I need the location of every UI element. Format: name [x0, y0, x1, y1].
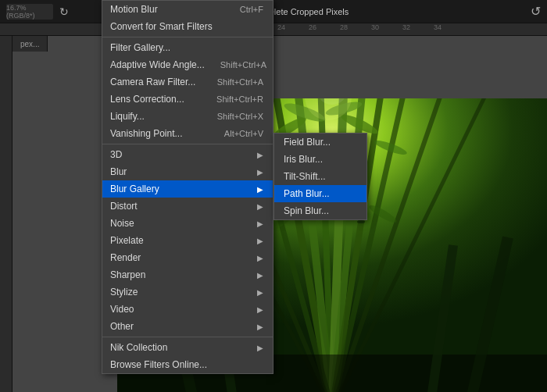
menu-item-label-camera-raw: Camera Raw Filter... — [110, 77, 195, 87]
refresh-icon[interactable]: ↻ — [59, 5, 69, 18]
ruler-tick-32: 32 — [402, 23, 410, 31]
delete-cropped-label: Delete Cropped Pixels — [263, 7, 349, 16]
menu-item-label-blur-gallery: Blur Gallery — [110, 184, 159, 194]
menu-arrow-render: ▶ — [257, 254, 263, 262]
menu-item-label-pixelate: Pixelate — [110, 235, 144, 246]
menu-arrow-3d: ▶ — [257, 151, 263, 159]
menu-item-browse-filters[interactable]: Browse Filters Online... — [102, 356, 273, 373]
menu-item-label-convert-smart: Convert for Smart Filters — [110, 21, 213, 32]
menu-arrow-other: ▶ — [257, 323, 263, 331]
menu-arrow-noise: ▶ — [257, 219, 263, 228]
menu-arrow-blur-gallery: ▶ — [257, 185, 263, 194]
menu-item-render[interactable]: Render ▶ — [102, 249, 273, 266]
info-bar: 16.7% (RGB/8*) ↻ Delete Cropped Pixels ↺ — [0, 0, 547, 23]
menu-separator-1 — [102, 37, 273, 37]
menu-item-filter-gallery[interactable]: Filter Gallery... — [102, 39, 273, 56]
menu-item-blur-gallery[interactable]: Blur Gallery ▶ — [102, 180, 273, 198]
app-label: 16.7% (RGB/8*) — [6, 4, 53, 20]
menu-item-label-distort: Distort — [110, 201, 138, 212]
menu-item-motion-blur[interactable]: Motion Blur Ctrl+F — [102, 1, 273, 18]
menu-item-label-liquify: Liquify... — [110, 111, 145, 122]
submenu-item-iris-blur[interactable]: Iris Blur... — [274, 151, 366, 168]
menu-arrow-pixelate: ▶ — [257, 237, 263, 245]
submenu-label-tilt-shift: Tilt-Shift... — [284, 171, 326, 182]
menu-item-camera-raw[interactable]: Camera Raw Filter... Shift+Ctrl+A — [102, 73, 273, 91]
menu-arrow-nik: ▶ — [257, 344, 263, 352]
menu-item-vanishing-point[interactable]: Vanishing Point... Alt+Ctrl+V — [102, 125, 273, 142]
ruler-tick-30: 30 — [371, 23, 379, 31]
menu-arrow-blur: ▶ — [257, 168, 263, 176]
blur-gallery-submenu: Field Blur... Iris Blur... Tilt-Shift...… — [274, 133, 367, 220]
menu-item-label-sharpen: Sharpen — [110, 269, 145, 280]
document-tab[interactable]: pex... — [13, 36, 48, 52]
menu-item-convert-smart[interactable]: Convert for Smart Filters — [102, 18, 273, 35]
menu-item-nik-collection[interactable]: Nik Collection ▶ — [102, 339, 273, 356]
submenu-label-path-blur: Path Blur... — [284, 188, 330, 199]
submenu-label-field-blur: Field Blur... — [284, 137, 331, 148]
filter-menu-panel: Motion Blur Ctrl+F Convert for Smart Fil… — [102, 0, 274, 374]
menu-item-label-noise: Noise — [110, 218, 134, 229]
menu-item-label-nik-collection: Nik Collection — [110, 342, 167, 353]
undo-icon[interactable]: ↺ — [531, 4, 541, 19]
menu-shortcut-motion-blur: Ctrl+F — [240, 5, 263, 14]
menu-separator-2 — [102, 144, 273, 144]
ruler-tick-34: 34 — [434, 23, 442, 31]
svg-point-18 — [357, 220, 365, 223]
menu-item-adaptive-wide[interactable]: Adaptive Wide Angle... Shift+Ctrl+A — [102, 56, 273, 73]
ruler-tick-24: 24 — [277, 23, 285, 31]
menu-shortcut-vanishing: Alt+Ctrl+V — [224, 129, 263, 138]
menu-arrow-distort: ▶ — [257, 202, 263, 211]
menu-item-label-other: Other — [110, 321, 134, 332]
submenu-item-field-blur[interactable]: Field Blur... — [274, 134, 366, 151]
submenu-label-spin-blur: Spin Blur... — [284, 205, 329, 216]
ruler-tick-28: 28 — [340, 23, 348, 31]
submenu-item-path-blur[interactable]: Path Blur... — [274, 185, 366, 202]
ruler-tick-26: 26 — [309, 23, 316, 31]
submenu-label-iris-blur: Iris Blur... — [284, 154, 323, 165]
horizontal-ruler: 14 16 18 20 22 24 26 28 30 32 34 — [0, 23, 547, 36]
logo-area: 16.7% (RGB/8*) — [6, 4, 53, 20]
submenu-item-spin-blur[interactable]: Spin Blur... — [274, 202, 366, 219]
menu-item-label-adaptive-wide: Adaptive Wide Angle... — [110, 59, 205, 70]
menu-item-liquify[interactable]: Liquify... Shift+Ctrl+X — [102, 108, 273, 125]
menu-item-label-render: Render — [110, 252, 141, 263]
vertical-ruler — [0, 36, 13, 392]
menu-item-distort[interactable]: Distort ▶ — [102, 198, 273, 215]
menu-item-3d[interactable]: 3D ▶ — [102, 146, 273, 163]
menu-item-label-filter-gallery: Filter Gallery... — [110, 42, 170, 53]
menu-item-label-motion-blur: Motion Blur — [110, 4, 158, 15]
menu-item-label-vanishing-point: Vanishing Point... — [110, 128, 183, 139]
menu-item-noise[interactable]: Noise ▶ — [102, 215, 273, 232]
menu-shortcut-liquify: Shift+Ctrl+X — [217, 112, 263, 121]
menu-item-pixelate[interactable]: Pixelate ▶ — [102, 232, 273, 249]
menu-item-sharpen[interactable]: Sharpen ▶ — [102, 266, 273, 283]
menu-item-label-blur: Blur — [110, 166, 127, 177]
menu-item-other[interactable]: Other ▶ — [102, 318, 273, 335]
menu-shortcut-lens: Shift+Ctrl+R — [216, 94, 263, 104]
tab-label: pex... — [20, 40, 39, 48]
menu-arrow-stylize: ▶ — [257, 288, 263, 297]
tab-strip: pex... — [13, 36, 48, 52]
menu-item-label-3d: 3D — [110, 149, 122, 160]
menu-item-label-video: Video — [110, 304, 134, 315]
menu-item-label-stylize: Stylize — [110, 287, 138, 298]
menu-separator-3 — [102, 337, 273, 337]
menu-arrow-sharpen: ▶ — [257, 271, 263, 280]
menu-item-video[interactable]: Video ▶ — [102, 301, 273, 318]
menu-item-label-browse-filters: Browse Filters Online... — [110, 359, 207, 370]
submenu-item-tilt-shift[interactable]: Tilt-Shift... — [274, 168, 366, 185]
menu-item-stylize[interactable]: Stylize ▶ — [102, 283, 273, 301]
menu-shortcut-camera-raw: Shift+Ctrl+A — [217, 77, 263, 87]
menu-shortcut-adaptive: Shift+Ctrl+A — [220, 60, 266, 69]
menu-item-label-lens-correction: Lens Correction... — [110, 94, 184, 105]
menu-item-blur[interactable]: Blur ▶ — [102, 163, 273, 180]
menu-arrow-video: ▶ — [257, 305, 263, 314]
menu-item-lens-correction[interactable]: Lens Correction... Shift+Ctrl+R — [102, 91, 273, 108]
